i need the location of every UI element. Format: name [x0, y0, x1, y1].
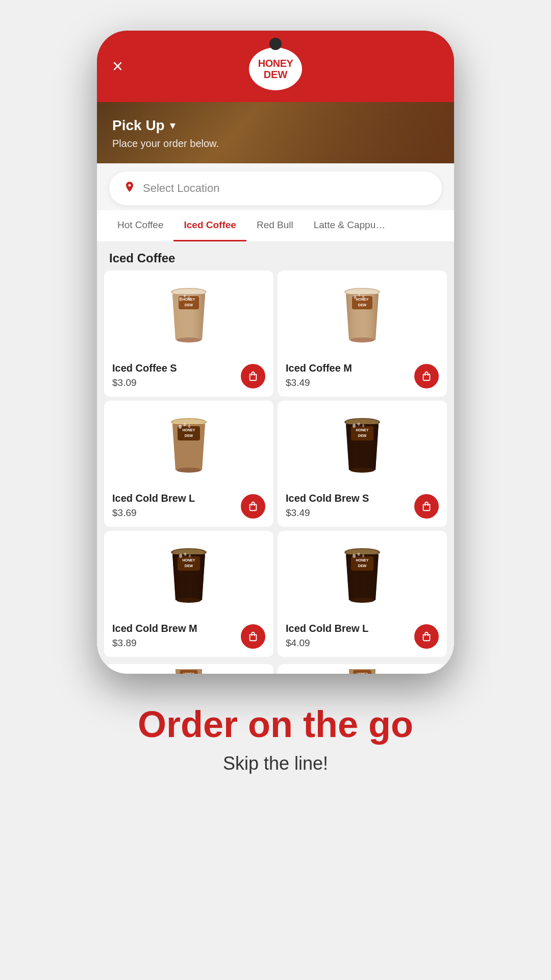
product-card-cold-brew-s: HONEY DEW Iced Cold Brew S $3.49: [278, 401, 447, 527]
product-image-3: HONEY DEW: [112, 409, 265, 485]
location-placeholder: Select Location: [143, 182, 219, 195]
product-name-5: Iced Cold Brew M: [112, 623, 197, 634]
bottom-marketing: Order on the go Skip the line!: [117, 674, 434, 795]
svg-point-43: [189, 554, 191, 557]
product-price-2: $3.49: [286, 377, 310, 388]
svg-point-25: [188, 425, 190, 428]
product-price-1: $3.09: [112, 377, 137, 388]
svg-point-26: [177, 468, 201, 473]
product-price-6: $4.09: [286, 638, 310, 649]
svg-point-5: [179, 297, 182, 301]
svg-text:DEW: DEW: [185, 434, 193, 437]
svg-point-34: [362, 424, 364, 427]
product-card-cold-brew-l1: HONEY DEW Iced Cold Brew L $3.69: [104, 401, 273, 527]
svg-point-35: [350, 468, 374, 473]
pickup-dropdown-icon: ▾: [170, 119, 176, 132]
close-button[interactable]: ×: [112, 57, 123, 76]
add-to-cart-button-1[interactable]: [241, 364, 265, 388]
location-pin-icon: [123, 181, 136, 196]
svg-text:DEW: DEW: [358, 303, 367, 307]
tab-iced-coffee[interactable]: Iced Coffee: [173, 210, 246, 241]
product-name-3: Iced Cold Brew L: [112, 493, 195, 504]
product-price-4: $3.49: [286, 507, 310, 519]
svg-point-52: [362, 554, 364, 557]
partial-card-right: HONEY DEW: [278, 664, 447, 674]
logo-honey-text: HONEY: [258, 58, 293, 69]
location-input[interactable]: Select Location: [109, 172, 442, 205]
svg-point-16: [362, 296, 364, 299]
product-price-5: $3.89: [112, 638, 137, 649]
svg-point-15: [358, 293, 360, 297]
svg-point-41: [179, 554, 182, 558]
svg-text:DEW: DEW: [185, 564, 193, 568]
partial-card-left: HONEY DEW: [104, 664, 273, 674]
pickup-row[interactable]: Pick Up ▾: [112, 117, 439, 134]
skip-subtitle: Skip the line!: [138, 753, 413, 774]
section-title: Iced Coffee: [97, 242, 454, 271]
phone-frame: × HONEY DEW Pick Up ▾ Place your order b…: [97, 31, 454, 674]
svg-point-53: [350, 598, 374, 603]
partial-products-row: HONEY DEW HONEY DEW: [97, 664, 454, 674]
product-name-1: Iced Coffee S: [112, 362, 177, 374]
product-name-2: Iced Coffee M: [286, 362, 352, 374]
honey-dew-logo: HONEY DEW: [247, 46, 304, 92]
logo-container: HONEY DEW: [247, 46, 304, 92]
product-name-4: Iced Cold Brew S: [286, 493, 369, 504]
svg-point-23: [179, 425, 182, 429]
location-section: Select Location: [97, 163, 454, 205]
svg-point-32: [353, 424, 356, 428]
svg-text:HONEY: HONEY: [183, 558, 195, 562]
product-image-5: HONEY DEW: [112, 539, 265, 616]
camera-notch: [269, 38, 282, 50]
svg-text:HONEY: HONEY: [357, 672, 368, 674]
product-name-6: Iced Cold Brew L: [286, 623, 368, 634]
svg-text:DEW: DEW: [358, 564, 367, 568]
svg-point-42: [184, 553, 187, 556]
svg-text:DEW: DEW: [358, 434, 367, 437]
product-image-4: HONEY DEW: [286, 409, 439, 485]
order-go-title: Order on the go: [138, 704, 413, 745]
order-subtitle: Place your order below.: [112, 138, 439, 150]
logo-dew-text: DEW: [264, 69, 288, 80]
add-to-cart-button-2[interactable]: [414, 364, 439, 388]
svg-point-51: [358, 553, 360, 556]
product-card-iced-coffee-s: HONEY DEW Iced Coffee S $3.09: [104, 271, 273, 397]
product-grid: HONEY DEW Iced Coffee S $3.09: [97, 271, 454, 664]
category-tabs: Hot Coffee Iced Coffee Red Bull Latte & …: [97, 210, 454, 242]
hero-section: Pick Up ▾ Place your order below.: [97, 102, 454, 163]
svg-point-50: [353, 554, 356, 558]
svg-point-7: [188, 297, 190, 300]
add-to-cart-button-4[interactable]: [414, 494, 439, 519]
phone-screen: × HONEY DEW Pick Up ▾ Place your order b…: [97, 31, 454, 674]
svg-point-44: [177, 598, 201, 603]
svg-point-14: [354, 296, 357, 299]
product-card-cold-brew-l2: HONEY DEW Iced Cold Brew L $4.09: [278, 531, 447, 657]
product-image-2: HONEY DEW: [286, 279, 439, 355]
products-section: Iced Coffee: [97, 242, 454, 674]
svg-text:HONEY: HONEY: [356, 558, 369, 562]
product-image-1: HONEY DEW: [112, 279, 265, 355]
svg-point-33: [358, 423, 360, 426]
tab-red-bull[interactable]: Red Bull: [246, 210, 304, 241]
add-to-cart-button-6[interactable]: [414, 624, 439, 649]
svg-text:HONEY: HONEY: [183, 428, 195, 432]
product-card-iced-coffee-m: HONEY DEW Iced Coffee M $3.49: [278, 271, 447, 397]
svg-point-6: [184, 295, 186, 298]
tab-hot-coffee[interactable]: Hot Coffee: [107, 210, 173, 241]
tab-latte[interactable]: Latte & Cappu…: [304, 210, 395, 241]
add-to-cart-button-3[interactable]: [241, 494, 265, 519]
svg-text:HONEY: HONEY: [356, 428, 369, 432]
svg-text:DEW: DEW: [185, 303, 193, 307]
svg-text:HONEY: HONEY: [183, 672, 194, 674]
product-card-cold-brew-m: HONEY DEW Iced Cold Brew M $3.89: [104, 531, 273, 657]
svg-point-24: [184, 423, 186, 426]
product-price-3: $3.69: [112, 507, 137, 519]
svg-text:HONEY: HONEY: [356, 298, 369, 301]
product-image-6: HONEY DEW: [286, 539, 439, 616]
svg-point-17: [350, 337, 374, 342]
add-to-cart-button-5[interactable]: [241, 624, 265, 649]
pickup-label: Pick Up: [112, 117, 165, 134]
svg-point-8: [177, 337, 201, 342]
